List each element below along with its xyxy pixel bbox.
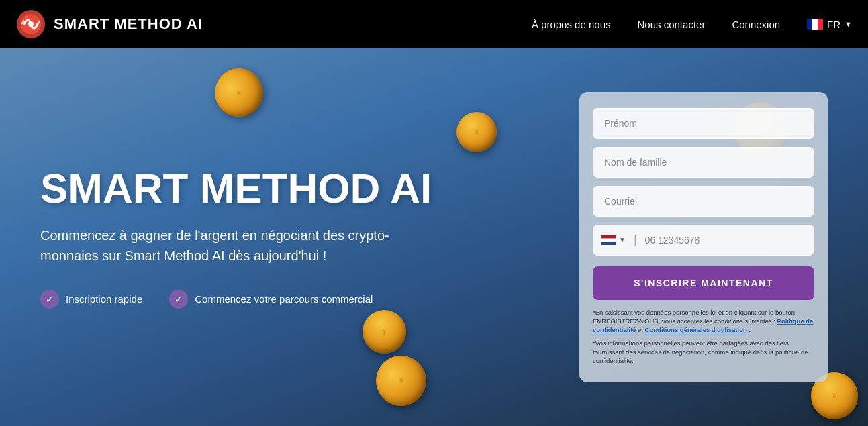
svg-rect-9 [601, 238, 616, 242]
disclaimer-text-2: *Vos informations personnelles peuvent ê… [593, 339, 814, 366]
badge-label-2: Commencez votre parcours commercial [195, 293, 373, 305]
svg-rect-8 [601, 235, 616, 239]
phone-group: ▼ | [593, 225, 814, 256]
svg-rect-7 [818, 19, 823, 30]
lastname-input[interactable] [593, 147, 814, 178]
nav-links: À propos de nous Nous contacter Connexio… [532, 19, 852, 30]
submit-button[interactable]: S'INSCRIRE MAINTENANT [593, 266, 814, 300]
coin-4 [356, 304, 412, 360]
badge-label-1: Inscription rapide [66, 293, 142, 305]
phone-flag-arrow: ▼ [619, 236, 626, 244]
navbar: SMART METHOD AI À propos de nous Nous co… [0, 0, 868, 48]
coin-5 [373, 352, 430, 409]
check-icon-2: ✓ [169, 290, 188, 309]
language-selector[interactable]: FR ▼ [807, 19, 852, 30]
form-disclaimer: *En saisissant vos données personnelles … [593, 308, 814, 366]
lastname-group [593, 147, 814, 178]
brand-container: SMART METHOD AI [16, 9, 203, 39]
nav-about[interactable]: À propos de nous [532, 19, 611, 30]
svg-rect-6 [812, 19, 818, 30]
phone-divider: | [634, 233, 637, 247]
svg-rect-5 [807, 19, 812, 30]
registration-form-card: ▼ | S'INSCRIRE MAINTENANT *En saisissant… [579, 92, 828, 383]
fr-flag-icon [807, 19, 823, 30]
nl-flag-icon [601, 235, 616, 245]
logo-icon [16, 9, 46, 39]
coin-2 [453, 109, 500, 156]
hero-section: SMART METHOD AI Commencez à gagner de l'… [0, 48, 868, 426]
nav-contact[interactable]: Nous contacter [638, 19, 706, 30]
hero-subtitle: Commencez à gagner de l'argent en négoci… [40, 225, 416, 266]
svg-rect-10 [601, 242, 616, 245]
hero-content: SMART METHOD AI Commencez à gagner de l'… [40, 166, 456, 308]
hero-title: SMART METHOD AI [40, 166, 456, 211]
phone-row: ▼ | [593, 225, 814, 256]
brand-name: SMART METHOD AI [54, 15, 203, 33]
phone-input[interactable] [645, 235, 806, 246]
badge-parcours: ✓ Commencez votre parcours commercial [169, 290, 373, 309]
firstname-input[interactable] [593, 108, 814, 139]
terms-link[interactable]: Conditions générales d'utilisation [645, 326, 747, 333]
language-label: FR [827, 19, 840, 30]
nav-login[interactable]: Connexion [732, 19, 780, 30]
email-input[interactable] [593, 186, 814, 217]
hero-badges: ✓ Inscription rapide ✓ Commencez votre p… [40, 290, 456, 309]
phone-country-selector[interactable]: ▼ [601, 235, 626, 245]
disclaimer-text-1: *En saisissant vos données personnelles … [593, 308, 814, 335]
chevron-down-icon: ▼ [845, 20, 852, 28]
check-icon-1: ✓ [40, 290, 59, 309]
email-group [593, 186, 814, 217]
svg-point-2 [28, 21, 34, 27]
badge-inscription: ✓ Inscription rapide [40, 290, 142, 309]
coin-1 [209, 63, 269, 122]
firstname-group [593, 108, 814, 139]
